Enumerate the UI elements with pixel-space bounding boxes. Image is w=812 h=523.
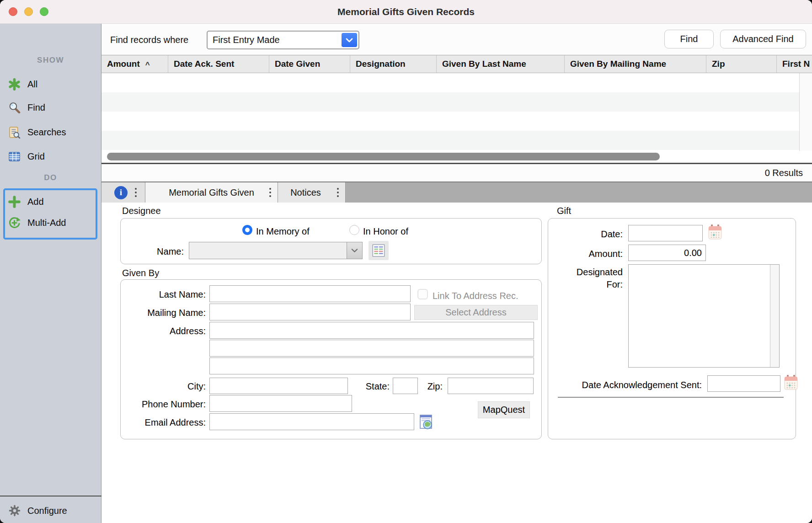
sidebar-section-show: SHOW <box>0 56 101 65</box>
state-label: State: <box>353 381 390 392</box>
address-label: Address: <box>110 326 206 336</box>
sidebar: SHOW All Find <box>0 24 102 523</box>
info-icon[interactable]: i <box>114 186 128 199</box>
tab-notices[interactable]: Notices <box>278 182 346 203</box>
asterisk-icon <box>8 78 21 91</box>
phone-number-input[interactable] <box>209 395 352 412</box>
sidebar-item-configure[interactable]: Configure <box>0 500 101 521</box>
given-by-section-label: Given By <box>122 268 159 278</box>
lookup-table-icon <box>371 243 386 258</box>
horizontal-scrollbar <box>102 151 812 163</box>
column-header-designation[interactable]: Designation <box>350 55 436 73</box>
sidebar-item-label: Add <box>27 197 44 207</box>
textarea-scrollbar-track[interactable] <box>770 265 779 367</box>
date-ack-sent-input[interactable] <box>707 375 780 392</box>
plus-icon <box>8 196 21 208</box>
email-address-label: Email Address: <box>110 417 206 428</box>
kebab-menu-icon[interactable] <box>269 188 271 197</box>
window-title: Memorial Gifts Given Records <box>0 0 812 24</box>
layout-tab-bar: i Memorial Gifts Given Notices <box>102 181 812 203</box>
gift-date-input[interactable] <box>628 225 703 241</box>
table-row <box>102 73 812 92</box>
in-memory-of-label: In Memory of <box>256 226 310 237</box>
search-icon <box>8 101 21 114</box>
address-line3-input[interactable] <box>209 358 534 374</box>
gift-amount-label: Amount: <box>572 249 623 259</box>
sidebar-item-searches[interactable]: Searches <box>0 122 101 143</box>
gift-section-divider <box>558 397 784 398</box>
sidebar-item-find[interactable]: Find <box>0 97 101 118</box>
last-name-input[interactable] <box>209 285 411 302</box>
kebab-menu-icon[interactable] <box>337 188 339 197</box>
column-header-zip[interactable]: Zip <box>706 55 776 73</box>
chevron-down-icon <box>347 242 362 259</box>
designee-name-dropdown[interactable] <box>189 242 363 259</box>
sidebar-item-label: Multi-Add <box>27 218 66 228</box>
city-label: City: <box>110 381 206 392</box>
sidebar-item-all[interactable]: All <box>0 74 101 95</box>
select-address-button[interactable]: Select Address <box>414 305 538 320</box>
webpage-globe-icon <box>418 414 433 430</box>
searches-icon <box>8 126 21 139</box>
table-row <box>102 92 812 112</box>
in-honor-of-radio[interactable] <box>349 225 359 235</box>
link-to-address-checkbox[interactable] <box>417 289 428 299</box>
horizontal-scrollbar-thumb[interactable] <box>107 153 660 160</box>
column-header-date-ack-sent[interactable]: Date Ack. Sent <box>168 55 269 73</box>
in-memory-of-radio[interactable] <box>242 225 252 235</box>
find-records-where-label: Find records where <box>110 35 188 45</box>
calendar-icon <box>784 375 798 390</box>
mapquest-button[interactable]: MapQuest <box>478 401 530 418</box>
advanced-find-button[interactable]: Advanced Find <box>720 30 806 48</box>
tab-label: Notices <box>290 187 333 198</box>
gift-section-label: Gift <box>557 206 571 216</box>
phone-number-label: Phone Number: <box>110 399 206 410</box>
zip-label: Zip: <box>411 381 443 392</box>
sidebar-item-label: All <box>27 79 37 90</box>
address-line2-input[interactable] <box>209 340 534 357</box>
tab-label: Memorial Gifts Given <box>169 187 254 198</box>
open-email-webpage-button[interactable] <box>417 414 434 430</box>
results-table-header: Amount ^ Date Ack. Sent Date Given Desig… <box>102 55 812 73</box>
multi-add-icon <box>8 217 21 229</box>
sort-order-dropdown-value: First Entry Made <box>213 35 280 45</box>
find-button[interactable]: Find <box>664 30 714 48</box>
mailing-name-input[interactable] <box>209 304 411 320</box>
column-header-amount[interactable]: Amount ^ <box>102 55 168 73</box>
gift-date-calendar-button[interactable] <box>708 224 722 240</box>
vertical-scrollbar-track[interactable] <box>799 73 812 163</box>
gift-amount-input[interactable] <box>628 245 706 261</box>
city-input[interactable] <box>209 378 348 394</box>
column-header-given-by-mailing-name[interactable]: Given By Mailing Name <box>564 55 706 73</box>
gift-date-label: Date: <box>572 229 623 240</box>
column-header-first-name[interactable]: First N <box>776 55 812 73</box>
results-bar: 0 Results <box>102 164 812 181</box>
designee-section-label: Designee <box>122 206 161 216</box>
sidebar-footer-divider <box>0 496 102 496</box>
results-count: 0 Results <box>765 168 803 178</box>
sidebar-item-add[interactable]: Add <box>0 191 101 212</box>
date-ack-calendar-button[interactable] <box>784 374 798 391</box>
title-bar: Memorial Gifts Given Records <box>0 0 812 24</box>
address-line1-input[interactable] <box>209 322 534 339</box>
grid-icon <box>8 150 21 163</box>
column-header-date-given[interactable]: Date Given <box>269 55 350 73</box>
sidebar-item-label: Configure <box>27 506 67 516</box>
zip-input[interactable] <box>448 378 534 394</box>
sidebar-section-do: DO <box>0 173 101 182</box>
tab-memorial-gifts-given[interactable]: Memorial Gifts Given <box>145 182 278 203</box>
sort-order-dropdown[interactable]: First Entry Made <box>207 31 359 49</box>
sidebar-item-label: Grid <box>27 151 45 162</box>
link-to-address-label: Link To Address Rec. <box>433 291 518 301</box>
app-window: Memorial Gifts Given Records SHOW All Fi… <box>0 0 812 523</box>
date-ack-sent-label: Date Acknowledgement Sent: <box>560 380 702 390</box>
name-lookup-button[interactable] <box>369 241 389 260</box>
table-row <box>102 112 812 131</box>
sidebar-item-grid[interactable]: Grid <box>0 146 101 167</box>
column-header-given-by-last-name[interactable]: Given By Last Name <box>436 55 564 73</box>
designated-for-textarea[interactable] <box>628 264 780 368</box>
sidebar-item-multi-add[interactable]: Multi-Add <box>0 212 101 233</box>
table-row <box>102 131 812 150</box>
email-address-input[interactable] <box>209 413 414 430</box>
kebab-menu-icon[interactable] <box>135 188 137 197</box>
